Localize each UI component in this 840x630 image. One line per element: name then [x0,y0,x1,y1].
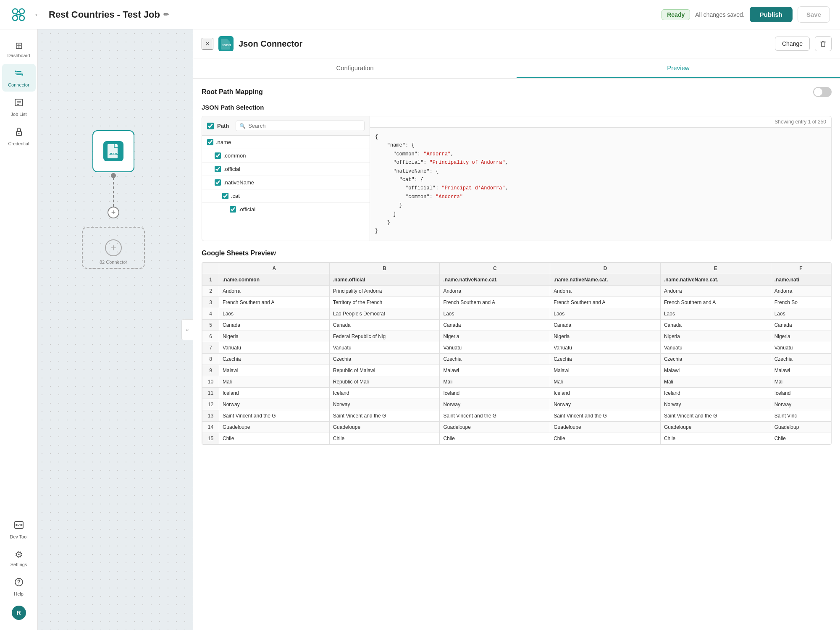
table-row: 2AndorraPrincipality of AndorraAndorraAn… [202,285,831,297]
sheets-table-container[interactable]: ABCDEF1.name.common.name.official.name.n… [202,262,832,445]
svg-line-16 [18,524,19,526]
connector-line [113,173,114,207]
sheets-table: ABCDEF1.name.common.name.official.name.n… [202,262,831,444]
table-cell: Saint Vinc [771,410,831,421]
sheets-col-header: D [550,262,661,274]
sidebar-bottom: Dev Tool ⚙ Settings Help R [2,516,36,623]
table-row: 8CzechiaCzechiaCzechiaCzechiaCzechiaCzec… [202,353,831,365]
panel-content: Root Path Mapping JSON Path Selection Pa… [193,79,840,630]
table-cell: Republic of Mali [329,376,440,387]
path-item-name: .name [202,136,370,149]
add-step-button[interactable]: + [108,207,119,218]
title-text: Rest Countries - Test Job [49,9,160,20]
table-cell: Malawi [550,365,661,376]
path-check-nativename[interactable] [215,179,221,186]
root-path-title: Root Path Mapping [202,88,263,96]
table-cell: .name.nativeName.cat. [550,274,661,285]
canvas-toggle[interactable]: » [181,319,193,340]
table-cell: Iceland [771,387,831,399]
tab-configuration[interactable]: Configuration [193,58,517,78]
table-cell: Saint Vincent and the G [329,410,440,421]
table-cell: Canada [771,319,831,331]
table-cell: Andorra [440,285,550,297]
path-item-official2: .official [202,203,370,216]
root-path-toggle[interactable] [813,87,832,97]
table-cell: Vanuatu [329,342,440,353]
table-cell: Iceland [219,387,330,399]
table-cell: Principality of Andorra [329,285,440,297]
sheets-col-header: A [219,262,330,274]
sheets-preview-section: Google Sheets Preview ABCDEF1.name.commo… [202,249,832,445]
sheets-col-header: E [660,262,771,274]
table-cell: Malawi [771,365,831,376]
avatar[interactable]: R [12,606,26,620]
table-cell: Guadeloupe [219,421,330,433]
table-row: 5CanadaCanadaCanadaCanadaCanadaCanada [202,319,831,331]
sidebar-item-credential[interactable]: Credential [2,123,36,150]
table-row: 6NigeriaFederal Republic of NigNigeriaNi… [202,331,831,342]
table-cell: Nigeria [440,331,550,342]
table-cell: 4 [202,308,219,319]
sidebar-item-dashboard[interactable]: ⊞ Dashboard [2,36,36,62]
table-cell: Chile [219,433,330,444]
table-row: 4LaosLao People's DemocratLaosLaosLaosLa… [202,308,831,319]
table-cell: Mali [660,376,771,387]
table-cell: Canada [219,319,330,331]
path-check-official[interactable] [215,166,221,172]
path-check-name[interactable] [207,139,213,145]
path-select-all[interactable] [207,123,214,129]
table-cell: .name.nativeName.cat. [440,274,550,285]
tab-preview[interactable]: Preview [517,58,840,78]
svg-point-18 [18,584,19,585]
table-cell: Saint Vincent and the G [660,410,771,421]
path-check-cat[interactable] [222,193,228,199]
table-cell: Czechia [329,353,440,365]
canvas-area: » JSON + + 82 Connector [38,29,193,630]
sidebar-item-devtool[interactable]: Dev Tool [2,516,36,543]
sidebar-label-help: Help [14,591,24,596]
table-cell: Mali [219,376,330,387]
sidebar-item-help[interactable]: Help [2,573,36,601]
save-button[interactable]: Save [798,6,830,23]
table-cell: 3 [202,297,219,308]
publish-button[interactable]: Publish [750,7,793,22]
json-connector-node[interactable]: JSON [92,130,134,172]
svg-point-14 [18,133,19,134]
table-cell: Canada [550,319,661,331]
edit-title-icon[interactable]: ✏ [163,10,169,18]
table-cell: Andorra [771,285,831,297]
table-cell: Malawi [219,365,330,376]
sidebar-item-settings[interactable]: ⚙ Settings [2,545,36,571]
table-cell: Laos [219,308,330,319]
path-check-common[interactable] [215,152,221,159]
sidebar-item-joblist[interactable]: Job List [2,93,36,121]
panel-close-button[interactable]: × [202,38,213,50]
svg-point-8 [21,74,23,76]
back-button[interactable]: ← [34,10,42,19]
table-cell: Saint Vincent and the G [550,410,661,421]
table-cell: Saint Vincent and the G [440,410,550,421]
sidebar-item-connector[interactable]: Connector [2,64,36,92]
path-check-official2[interactable] [230,206,236,213]
change-button[interactable]: Change [775,37,810,51]
table-cell: Vanuatu [660,342,771,353]
table-cell: French Southern and A [440,297,550,308]
svg-text:JSON: JSON [109,152,118,156]
table-cell: Laos [550,308,661,319]
connector-node-label: 82 Connector [83,260,144,265]
table-row: 13Saint Vincent and the GSaint Vincent a… [202,410,831,421]
json-line-6: "cat": { [375,177,423,183]
table-cell: Vanuatu [550,342,661,353]
table-cell: French Southern and A [219,297,330,308]
table-cell: Laos [771,308,831,319]
right-panel: × JSON Json Connector Change Configurati… [193,29,840,630]
header-status: Ready All changes saved. Publish Save [662,6,830,23]
search-input[interactable] [248,123,361,129]
delete-button[interactable] [815,36,832,51]
table-cell: Nigeria [771,331,831,342]
table-cell: Malawi [660,365,771,376]
sidebar-label-credential: Credential [8,141,29,146]
add-node-placeholder[interactable]: + 82 Connector [82,227,145,269]
table-row: 9MalawiRepublic of MalawiMalawiMalawiMal… [202,365,831,376]
sheets-col-header: C [440,262,550,274]
